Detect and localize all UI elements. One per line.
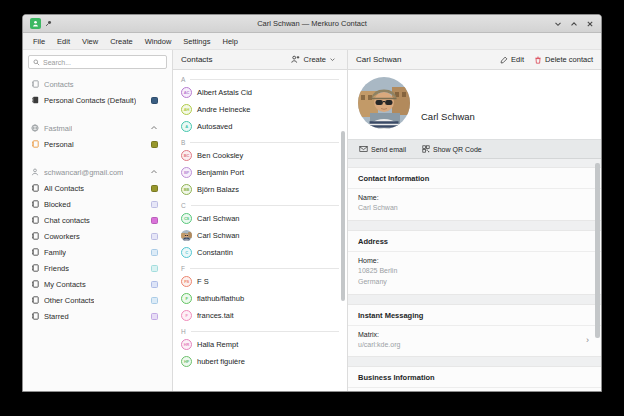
section-business-information: Business Information Organization: G10 C…: [348, 366, 601, 391]
contact-name: Carl Schwan: [197, 231, 240, 240]
sidebar-item-label: Coworkers: [44, 232, 80, 241]
menu-edit[interactable]: Edit: [51, 35, 76, 48]
section-title: Instant Messaging: [348, 305, 601, 326]
delete-contact-button[interactable]: Delete contact: [534, 55, 593, 64]
section-instant-messaging: Instant Messaging Matrix: u/carl:kde.org…: [348, 304, 601, 358]
avatar: HR: [181, 339, 192, 350]
send-email-label: Send email: [371, 146, 406, 153]
list-item[interactable]: A Autosaved: [173, 118, 347, 135]
menu-create[interactable]: Create: [104, 35, 139, 48]
menu-help[interactable]: Help: [216, 35, 243, 48]
section-letter: B: [173, 135, 347, 147]
list-item[interactable]: F frances.tait: [173, 307, 347, 324]
person-icon: [31, 168, 39, 176]
collection-checkbox[interactable]: [151, 217, 158, 224]
avatar: F: [181, 310, 192, 321]
collection-checkbox[interactable]: [151, 201, 158, 208]
collection-checkbox[interactable]: [151, 141, 158, 148]
list-item[interactable]: BB Björn Balazs: [173, 181, 347, 198]
list-item[interactable]: HR Halla Rempt: [173, 336, 347, 353]
show-qr-code-button[interactable]: Show QR Code: [417, 142, 487, 156]
menu-view[interactable]: View: [76, 35, 104, 48]
menu-settings[interactable]: Settings: [177, 35, 216, 48]
list-item[interactable]: FS F S: [173, 273, 347, 290]
collection-checkbox[interactable]: [151, 97, 158, 104]
list-item[interactable]: HF hubert figuière: [173, 353, 347, 370]
sidebar-header-gmail-account[interactable]: schwancarl@gmail.com: [23, 164, 172, 180]
collection-checkbox[interactable]: [151, 313, 158, 320]
field-label: Home:: [358, 257, 397, 264]
avatar: FS: [181, 276, 192, 287]
address-book-icon: [31, 312, 39, 320]
sidebar-item-starred[interactable]: Starred: [23, 308, 172, 324]
address-book-icon: [31, 200, 39, 208]
maximize-icon[interactable]: [570, 20, 578, 28]
menu-file[interactable]: File: [27, 35, 51, 48]
sidebar-item-all-contacts[interactable]: All Contacts: [23, 180, 172, 196]
collection-checkbox[interactable]: [151, 185, 158, 192]
sidebar-item-blocked[interactable]: Blocked: [23, 196, 172, 212]
collection-checkbox[interactable]: [151, 281, 158, 288]
address-book-icon: [31, 184, 39, 192]
list-item[interactable]: Carl Schwan: [173, 227, 347, 244]
list-item[interactable]: F flathub/flathub: [173, 290, 347, 307]
sidebar-item-other-contacts[interactable]: Other Contacts: [23, 292, 172, 308]
list-item[interactable]: CS Carl Schwan: [173, 210, 347, 227]
contact-list-header: Contacts Create: [173, 50, 347, 70]
avatar: HF: [181, 356, 192, 367]
collection-checkbox[interactable]: [151, 233, 158, 240]
list-item[interactable]: C Constantin: [173, 244, 347, 261]
address-book-icon: [31, 216, 39, 224]
search-box[interactable]: [28, 55, 167, 69]
sidebar-item-coworkers[interactable]: Coworkers: [23, 228, 172, 244]
edit-button[interactable]: Edit: [500, 55, 524, 64]
list-item[interactable]: AH Andre Heinecke: [173, 101, 347, 118]
sidebar-item-label: Friends: [44, 264, 69, 273]
sidebar-item-friends[interactable]: Friends: [23, 260, 172, 276]
avatar: C: [181, 247, 192, 258]
close-icon[interactable]: [586, 20, 594, 28]
collection-checkbox[interactable]: [151, 265, 158, 272]
collection-checkbox[interactable]: [151, 297, 158, 304]
list-item[interactable]: BC Ben Cooksley: [173, 147, 347, 164]
search-input[interactable]: [43, 59, 162, 66]
sidebar-header-fastmail[interactable]: Fastmail: [23, 120, 172, 136]
detail-scrollbar[interactable]: [595, 163, 600, 338]
avatar: CS: [181, 213, 192, 224]
menu-window[interactable]: Window: [139, 35, 178, 48]
create-button[interactable]: Create: [288, 53, 339, 66]
contact-name: Halla Rempt: [197, 340, 238, 349]
list-item[interactable]: BP Benjamin Port: [173, 164, 347, 181]
sidebar-item-chat-contacts[interactable]: Chat contacts: [23, 212, 172, 228]
list-scrollbar[interactable]: [341, 131, 345, 301]
sidebar-item-fastmail-personal[interactable]: Personal: [23, 136, 172, 152]
list-item[interactable]: AC Albert Astals Cid: [173, 84, 347, 101]
field-matrix[interactable]: Matrix: u/carl:kde.org ›: [348, 326, 601, 357]
person-plus-icon: [291, 55, 300, 64]
sidebar-item-personal-contacts-default[interactable]: Personal Contacts (Default): [23, 92, 172, 108]
menubar: File Edit View Create Window Settings He…: [23, 33, 601, 50]
sidebar-item-family[interactable]: Family: [23, 244, 172, 260]
sidebar-item-label: Family: [44, 248, 66, 257]
chevron-up-icon[interactable]: [150, 168, 158, 176]
collection-checkbox[interactable]: [151, 249, 158, 256]
field-value: 10825 Berlin: [358, 266, 397, 277]
panel-title: Contacts: [181, 55, 213, 64]
pencil-icon: [500, 56, 508, 64]
titlebar[interactable]: Carl Schwan — Merkuro Contact: [23, 15, 601, 33]
avatar: AC: [181, 87, 192, 98]
section-address: Address Home: 10825 Berlin Germany: [348, 230, 601, 295]
address-book-icon: [31, 140, 39, 148]
send-email-button[interactable]: Send email: [354, 142, 411, 156]
sidebar-item-label: Blocked: [44, 200, 71, 209]
chevron-up-icon[interactable]: [150, 124, 158, 132]
avatar: BC: [181, 150, 192, 161]
field-label: Name:: [358, 194, 398, 201]
window-title: Carl Schwan — Merkuro Contact: [23, 19, 601, 28]
minimize-icon[interactable]: [554, 20, 562, 28]
sidebar-item-my-contacts[interactable]: My Contacts: [23, 276, 172, 292]
contact-detail-panel: Carl Schwan Edit Delete contact: [348, 50, 601, 391]
sidebar-header-label: Fastmail: [44, 124, 72, 133]
contact-photo[interactable]: [358, 77, 410, 129]
section-title: Business Information: [348, 367, 601, 388]
